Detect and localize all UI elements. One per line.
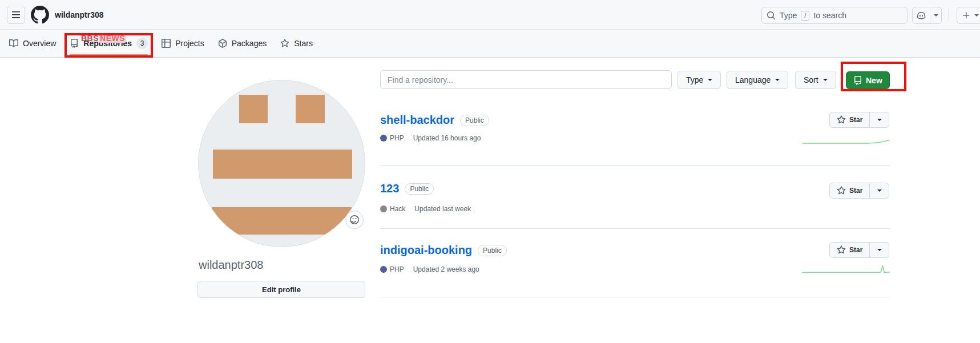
repo-row-title: shell-backdor Public [380,114,489,127]
tab-stars-label: Stars [294,39,313,48]
activity-sparkline [802,136,890,145]
star-button-label: Star [849,116,862,124]
chevron-down-icon [823,79,828,83]
star-button[interactable]: Star [829,242,870,258]
avatar-block [212,207,352,235]
star-button-label: Star [849,187,862,195]
language-filter-label: Language [735,75,771,84]
updated-label: Updated 2 weeks ago [413,265,479,273]
sort-filter-label: Sort [804,75,818,84]
profile-username: wildanptr308 [199,259,263,272]
star-icon [837,245,846,255]
star-dropdown-button[interactable] [870,242,889,258]
star-button-label: Star [849,246,862,254]
repo-row-meta: PHP Updated 16 hours ago [380,134,481,142]
star-dropdown-button[interactable] [870,183,889,199]
tab-projects-label: Projects [175,39,204,48]
three-bars-icon [11,10,21,19]
star-icon [837,186,846,195]
language-filter-button[interactable]: Language [727,71,788,89]
avatar[interactable] [198,80,365,247]
copilot-dropdown-caret[interactable] [930,7,941,23]
tab-packages-label: Packages [232,39,267,48]
language-dot [380,135,387,142]
profile-tab-nav: Overview Repositories 3 Projects Package… [0,30,317,57]
new-repository-label: New [866,76,882,85]
repo-link[interactable]: shell-backdor [380,114,454,127]
repo-row-meta: Hack Updated last week [380,205,471,213]
activity-sparkline [802,265,890,274]
type-filter-label: Type [686,75,703,84]
chevron-down-icon [775,79,780,83]
app-header: wildanptr308 Type / to search [0,0,980,58]
visibility-badge: Public [478,245,507,256]
repo-link[interactable]: indigoai-booking [380,244,472,257]
hamburger-menu-button[interactable] [7,6,25,24]
star-icon [280,39,289,48]
row-divider [380,228,890,229]
avatar-block [213,150,352,179]
package-icon [218,39,227,48]
language-label: PHP [390,265,404,273]
repo-row-title: 123 Public [380,182,434,195]
type-filter-button[interactable]: Type [677,71,721,89]
star-dropdown-button[interactable] [870,112,889,128]
new-repository-button[interactable]: New [846,71,890,89]
star-button-group: Star [829,112,889,128]
language-label: Hack [390,205,405,213]
language-label: PHP [390,134,404,142]
navbar: wildanptr308 Type / to search [0,0,980,30]
repo-row-meta: PHP Updated 2 weeks ago [380,265,479,273]
tab-packages[interactable]: Packages [213,30,271,57]
tab-overview[interactable]: Overview [5,30,61,57]
repo-row-title: indigoai-booking Public [380,244,507,257]
plus-icon [962,11,971,20]
search-placeholder-prefix: Type [780,11,797,20]
star-button-group: Star [829,242,889,258]
book-icon [9,39,18,48]
star-icon [837,115,846,124]
repo-link[interactable]: 123 [380,182,399,195]
sort-filter-button[interactable]: Sort [795,71,836,89]
avatar-block [239,95,268,123]
context-title: wildanptr308 [55,0,104,30]
copilot-button[interactable] [912,7,942,24]
search-placeholder-suffix: to search [813,11,846,20]
bbsnews-watermark: BBSNEWS [81,34,126,43]
tab-projects[interactable]: Projects [157,30,209,57]
row-divider [380,297,890,297]
repo-icon [853,76,862,85]
avatar-block [296,95,325,123]
github-logo[interactable] [31,6,49,24]
updated-label: Updated last week [414,205,471,213]
chevron-down-icon [708,79,712,83]
set-status-button[interactable] [345,211,364,229]
tab-stars[interactable]: Stars [276,30,317,57]
repositories-count-badge: 3 [136,38,148,49]
star-button-group: Star [829,183,889,199]
smiley-icon [350,215,359,224]
repo-icon [70,39,79,48]
navbar-divider [949,9,949,22]
find-repository-input[interactable] [380,70,672,89]
visibility-badge: Public [460,115,489,126]
language-dot [380,266,387,273]
edit-profile-button[interactable]: Edit profile [197,281,365,298]
star-button[interactable]: Star [829,112,870,128]
slash-key-hint: / [801,11,809,21]
updated-label: Updated 16 hours ago [413,134,481,142]
global-search-input[interactable]: Type / to search [761,7,908,24]
search-icon [767,11,776,20]
tab-overview-label: Overview [23,39,56,48]
copilot-icon [913,11,930,20]
visibility-badge: Public [405,183,434,195]
row-divider [380,166,890,166]
star-button[interactable]: Star [829,183,870,199]
create-new-button[interactable] [957,7,980,24]
language-dot [380,205,387,212]
table-icon [162,39,171,48]
